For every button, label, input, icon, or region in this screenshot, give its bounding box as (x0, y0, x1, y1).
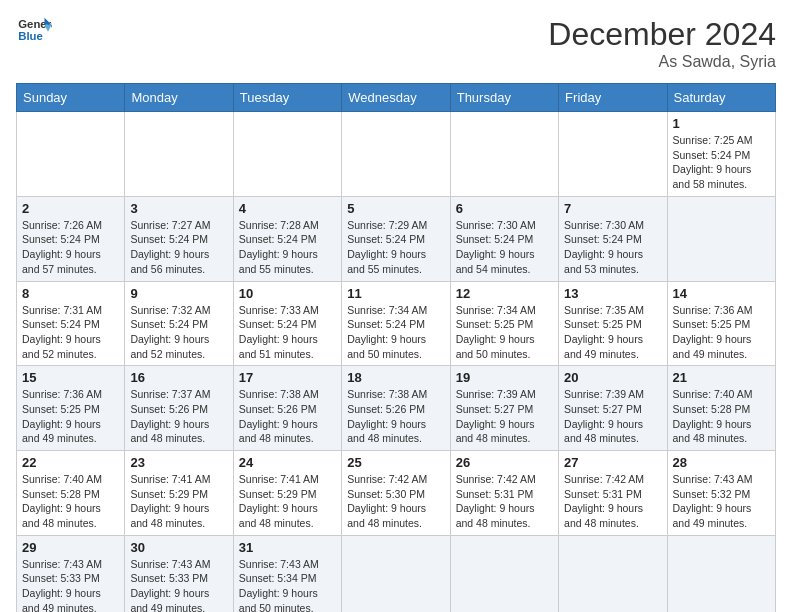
weekday-header-thursday: Thursday (450, 84, 558, 112)
day-cell-4: 4Sunrise: 7:28 AMSunset: 5:24 PMDaylight… (233, 196, 341, 281)
empty-cell (17, 112, 125, 197)
day-cell-14: 14Sunrise: 7:36 AMSunset: 5:25 PMDayligh… (667, 281, 775, 366)
day-cell-9: 9Sunrise: 7:32 AMSunset: 5:24 PMDaylight… (125, 281, 233, 366)
day-cell-27: 27Sunrise: 7:42 AMSunset: 5:31 PMDayligh… (559, 451, 667, 536)
calendar-week-3: 15Sunrise: 7:36 AMSunset: 5:25 PMDayligh… (17, 366, 776, 451)
weekday-header-monday: Monday (125, 84, 233, 112)
empty-cell (450, 112, 558, 197)
day-cell-7: 7Sunrise: 7:30 AMSunset: 5:24 PMDaylight… (559, 196, 667, 281)
day-cell-3: 3Sunrise: 7:27 AMSunset: 5:24 PMDaylight… (125, 196, 233, 281)
empty-cell (342, 535, 450, 612)
location-subtitle: As Sawda, Syria (548, 53, 776, 71)
day-cell-10: 10Sunrise: 7:33 AMSunset: 5:24 PMDayligh… (233, 281, 341, 366)
weekday-header-saturday: Saturday (667, 84, 775, 112)
day-cell-12: 12Sunrise: 7:34 AMSunset: 5:25 PMDayligh… (450, 281, 558, 366)
weekday-header-tuesday: Tuesday (233, 84, 341, 112)
day-cell-6: 6Sunrise: 7:30 AMSunset: 5:24 PMDaylight… (450, 196, 558, 281)
empty-cell (450, 535, 558, 612)
empty-cell (125, 112, 233, 197)
day-cell-11: 11Sunrise: 7:34 AMSunset: 5:24 PMDayligh… (342, 281, 450, 366)
day-cell-2: 2Sunrise: 7:26 AMSunset: 5:24 PMDaylight… (17, 196, 125, 281)
empty-cell (559, 112, 667, 197)
day-cell-5: 5Sunrise: 7:29 AMSunset: 5:24 PMDaylight… (342, 196, 450, 281)
calendar-table: SundayMondayTuesdayWednesdayThursdayFrid… (16, 83, 776, 612)
weekday-header-wednesday: Wednesday (342, 84, 450, 112)
weekday-header-friday: Friday (559, 84, 667, 112)
day-cell-19: 19Sunrise: 7:39 AMSunset: 5:27 PMDayligh… (450, 366, 558, 451)
day-cell-20: 20Sunrise: 7:39 AMSunset: 5:27 PMDayligh… (559, 366, 667, 451)
empty-cell (667, 196, 775, 281)
calendar-week-0: 1Sunrise: 7:25 AMSunset: 5:24 PMDaylight… (17, 112, 776, 197)
day-cell-1: 1Sunrise: 7:25 AMSunset: 5:24 PMDaylight… (667, 112, 775, 197)
calendar-week-4: 22Sunrise: 7:40 AMSunset: 5:28 PMDayligh… (17, 451, 776, 536)
day-cell-18: 18Sunrise: 7:38 AMSunset: 5:26 PMDayligh… (342, 366, 450, 451)
day-cell-23: 23Sunrise: 7:41 AMSunset: 5:29 PMDayligh… (125, 451, 233, 536)
day-cell-21: 21Sunrise: 7:40 AMSunset: 5:28 PMDayligh… (667, 366, 775, 451)
day-cell-24: 24Sunrise: 7:41 AMSunset: 5:29 PMDayligh… (233, 451, 341, 536)
day-cell-31: 31Sunrise: 7:43 AMSunset: 5:34 PMDayligh… (233, 535, 341, 612)
logo-icon: General Blue (16, 16, 52, 44)
day-cell-8: 8Sunrise: 7:31 AMSunset: 5:24 PMDaylight… (17, 281, 125, 366)
day-cell-29: 29Sunrise: 7:43 AMSunset: 5:33 PMDayligh… (17, 535, 125, 612)
day-cell-15: 15Sunrise: 7:36 AMSunset: 5:25 PMDayligh… (17, 366, 125, 451)
day-cell-13: 13Sunrise: 7:35 AMSunset: 5:25 PMDayligh… (559, 281, 667, 366)
day-cell-30: 30Sunrise: 7:43 AMSunset: 5:33 PMDayligh… (125, 535, 233, 612)
weekday-header-sunday: Sunday (17, 84, 125, 112)
weekday-header-row: SundayMondayTuesdayWednesdayThursdayFrid… (17, 84, 776, 112)
calendar-week-2: 8Sunrise: 7:31 AMSunset: 5:24 PMDaylight… (17, 281, 776, 366)
empty-cell (559, 535, 667, 612)
page-header: General Blue December 2024 As Sawda, Syr… (16, 16, 776, 71)
day-cell-16: 16Sunrise: 7:37 AMSunset: 5:26 PMDayligh… (125, 366, 233, 451)
day-cell-28: 28Sunrise: 7:43 AMSunset: 5:32 PMDayligh… (667, 451, 775, 536)
calendar-week-1: 2Sunrise: 7:26 AMSunset: 5:24 PMDaylight… (17, 196, 776, 281)
svg-text:Blue: Blue (18, 30, 43, 42)
day-cell-17: 17Sunrise: 7:38 AMSunset: 5:26 PMDayligh… (233, 366, 341, 451)
empty-cell (342, 112, 450, 197)
day-cell-26: 26Sunrise: 7:42 AMSunset: 5:31 PMDayligh… (450, 451, 558, 536)
month-year-title: December 2024 (548, 16, 776, 53)
day-cell-22: 22Sunrise: 7:40 AMSunset: 5:28 PMDayligh… (17, 451, 125, 536)
calendar-week-5: 29Sunrise: 7:43 AMSunset: 5:33 PMDayligh… (17, 535, 776, 612)
logo: General Blue (16, 16, 52, 44)
empty-cell (667, 535, 775, 612)
day-cell-25: 25Sunrise: 7:42 AMSunset: 5:30 PMDayligh… (342, 451, 450, 536)
title-block: December 2024 As Sawda, Syria (548, 16, 776, 71)
empty-cell (233, 112, 341, 197)
